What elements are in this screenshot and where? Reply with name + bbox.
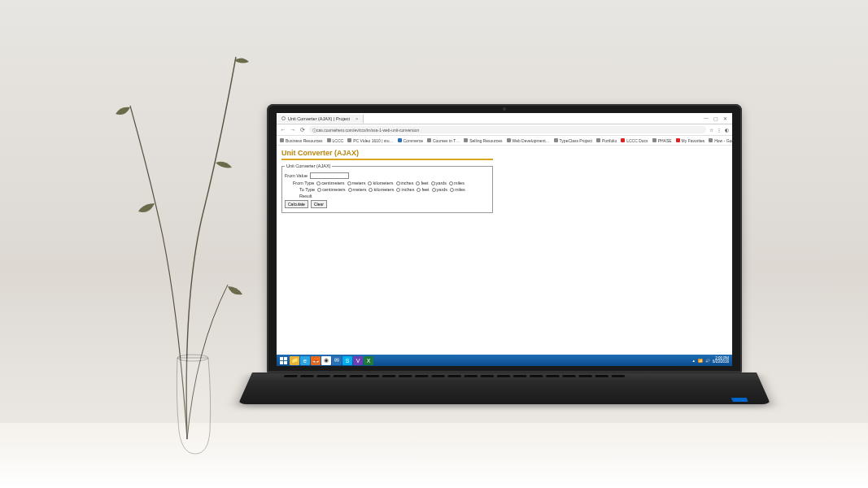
bookmark-item[interactable]: Portfolio (596, 138, 617, 143)
clock-date: 6/23/2016 (713, 360, 729, 364)
bookmark-icon (709, 138, 713, 142)
laptop-keyboard: for(let i=0;i<20;i++)document.write('<di… (238, 373, 771, 404)
browser-tab[interactable]: Unit Converter (AJAX) | Project × (277, 115, 364, 123)
from-value-input[interactable] (310, 172, 349, 179)
back-button[interactable]: ← (280, 127, 286, 133)
bookmark-item[interactable]: How - Google Docs (709, 138, 732, 143)
bookmark-icon (621, 138, 625, 142)
laptop: Unit Converter (AJAX) | Project × — ▢ ✕ … (252, 104, 757, 454)
to-type-label: To Type (299, 187, 315, 192)
to-type-radio[interactable]: centimeters (317, 187, 345, 192)
window-close-button[interactable]: ✕ (723, 115, 727, 121)
to-type-radio[interactable]: yards (432, 187, 447, 192)
tab-close-icon[interactable]: × (355, 116, 358, 121)
browser-titlebar: Unit Converter (AJAX) | Project × — ▢ ✕ (277, 113, 732, 124)
converter-fieldset: Unit Converter (AJAX) From Value From Ty… (281, 163, 493, 213)
page-content: Unit Converter (AJAX) Unit Converter (AJ… (277, 146, 732, 216)
tray-volume-icon[interactable]: 🔊 (705, 359, 710, 363)
bookmark-item[interactable]: Web Development… (507, 138, 550, 143)
to-type-group: centimeters meters kilometers inches fee… (317, 187, 465, 192)
to-type-radio[interactable]: meters (348, 187, 367, 192)
bookmark-icon (554, 138, 558, 142)
bookmark-item[interactable]: My Favorites (676, 138, 705, 143)
bookmark-icon (676, 138, 680, 142)
from-type-radio[interactable]: centimeters (316, 181, 344, 185)
fieldset-legend: Unit Converter (AJAX) (285, 163, 332, 168)
window-minimize-button[interactable]: — (704, 115, 709, 121)
address-bar[interactable]: ⓘ cas.coursehero.com/ev/ccs/tn/ssa-1-web… (309, 126, 706, 133)
file-explorer-icon[interactable]: 📁 (290, 356, 299, 365)
extensions-icon[interactable]: ⋮ (717, 127, 722, 133)
page-title: Unit Converter (AJAX) (281, 149, 727, 157)
bookmark-icon (327, 138, 331, 142)
from-type-radio[interactable]: feet (416, 181, 428, 185)
bookmark-item[interactable]: Selling Resources (464, 138, 502, 143)
windows-taskbar: 📁 e 🦊 ◉ ✉ S V X ▲ 📶 🔊 2:00 PM 6/23/201 (277, 355, 732, 366)
bookmark-icon (280, 138, 284, 142)
intel-sticker (731, 398, 748, 402)
svg-rect-4 (283, 360, 286, 364)
from-type-radio[interactable]: miles (449, 181, 465, 185)
bookmark-item[interactable]: TypeClass Project (554, 138, 592, 143)
webcam (503, 107, 506, 111)
forward-button[interactable]: → (290, 127, 296, 133)
bookmark-item[interactable]: Courses in T… (427, 138, 460, 143)
svg-rect-3 (280, 360, 283, 364)
from-type-radio[interactable]: meters (347, 181, 366, 185)
to-type-radio[interactable]: kilometers (369, 187, 394, 192)
bookmark-item[interactable]: PC Video 1610 | stu… (347, 138, 393, 143)
tab-title: Unit Converter (AJAX) | Project (288, 116, 350, 121)
ie-icon[interactable]: e (300, 356, 310, 365)
skype-icon[interactable]: S (342, 356, 352, 365)
to-type-radio[interactable]: feet (417, 187, 429, 192)
svg-rect-1 (280, 357, 283, 360)
tray-network-icon[interactable]: 📶 (698, 359, 703, 363)
calculate-button[interactable]: Calculate (285, 200, 308, 208)
url-text: cas.coursehero.com/ev/ccs/tn/ssa-1-web-u… (316, 128, 419, 133)
address-bar-row: ← → ⟳ ⓘ cas.coursehero.com/ev/ccs/tn/ssa… (277, 124, 732, 136)
bookmark-item[interactable]: LCCC Docs (621, 138, 648, 143)
bookmark-item[interactable]: Business Resources (280, 138, 323, 143)
bookmark-icon (427, 138, 431, 142)
from-type-radio[interactable]: yards (431, 181, 447, 185)
bookmarks-bar: Business Resources LCCC PC Video 1610 | … (277, 136, 732, 146)
bookmark-icon (596, 138, 600, 142)
bookmark-icon (652, 138, 656, 142)
title-underline (281, 159, 493, 160)
window-maximize-button[interactable]: ▢ (713, 115, 718, 121)
excel-icon[interactable]: X (364, 356, 373, 365)
from-value-label: From Value (285, 173, 308, 178)
bookmark-item[interactable]: PHASE (652, 138, 672, 143)
result-label: Result (299, 194, 312, 198)
bookmark-item[interactable]: LCCC (327, 138, 344, 143)
vs-icon[interactable]: V (353, 356, 363, 365)
to-type-radio[interactable]: miles (450, 187, 465, 192)
chrome-icon[interactable]: ◉ (321, 356, 331, 365)
from-type-radio[interactable]: inches (396, 181, 414, 185)
browser-window: Unit Converter (AJAX) | Project × — ▢ ✕ … (277, 113, 732, 366)
tray-up-icon[interactable]: ▲ (692, 359, 696, 363)
bookmark-icon (464, 138, 468, 142)
globe-icon (281, 116, 286, 120)
from-type-group: centimeters meters kilometers inches fee… (316, 181, 465, 185)
firefox-icon[interactable]: 🦊 (311, 356, 321, 365)
to-type-radio[interactable]: inches (396, 187, 414, 192)
from-type-radio[interactable]: kilometers (368, 181, 393, 185)
system-tray[interactable]: ▲ 📶 🔊 2:00 PM 6/23/2016 (692, 357, 732, 364)
star-icon[interactable]: ☆ (709, 127, 713, 133)
bookmark-icon (398, 138, 402, 142)
mail-icon[interactable]: ✉ (332, 356, 342, 365)
bookmark-item[interactable]: Commerce (398, 138, 423, 143)
svg-rect-2 (283, 357, 286, 360)
clear-button[interactable]: Clear (311, 200, 327, 208)
start-button[interactable] (277, 355, 289, 365)
bookmark-icon (347, 138, 351, 142)
bookmark-icon (507, 138, 511, 142)
profile-icon[interactable]: ◐ (725, 127, 729, 133)
from-type-label: From Type (293, 181, 314, 185)
reload-button[interactable]: ⟳ (299, 127, 306, 133)
